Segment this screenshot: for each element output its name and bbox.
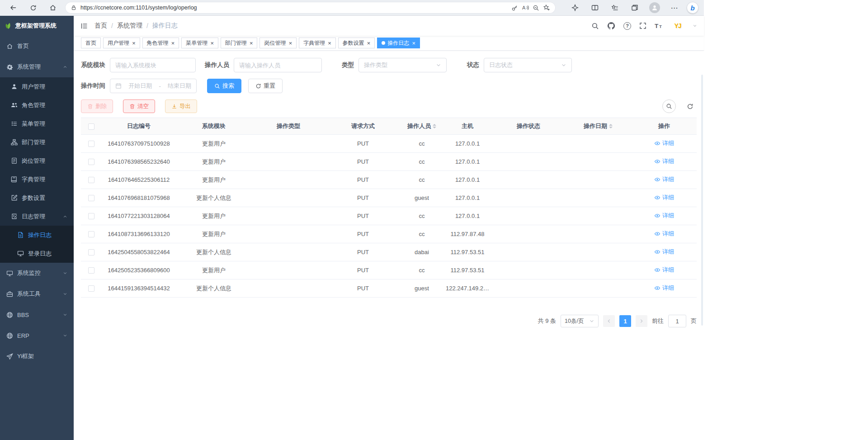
sort-icon[interactable] bbox=[609, 122, 613, 130]
breadcrumb-item-system[interactable]: 系统管理 bbox=[117, 22, 142, 30]
browser-refresh-button[interactable] bbox=[25, 1, 41, 14]
select-all-checkbox[interactable] bbox=[88, 123, 94, 130]
detail-link[interactable]: 详细 bbox=[654, 194, 674, 202]
tab-home[interactable]: 首页 bbox=[81, 38, 101, 48]
github-icon[interactable] bbox=[607, 22, 615, 30]
tab-close-icon[interactable]: × bbox=[210, 40, 214, 46]
password-key-icon[interactable] bbox=[511, 5, 518, 11]
tab-post-management[interactable]: 岗位管理× bbox=[259, 38, 297, 48]
module-input[interactable] bbox=[115, 62, 190, 69]
row-checkbox[interactable] bbox=[88, 213, 94, 219]
page-1-button[interactable]: 1 bbox=[619, 315, 631, 327]
detail-link[interactable]: 详细 bbox=[654, 248, 674, 256]
tab-menu-management[interactable]: 菜单管理× bbox=[181, 38, 218, 48]
row-checkbox[interactable] bbox=[88, 285, 94, 292]
column-header[interactable]: 操作日期 bbox=[565, 118, 632, 135]
reset-button[interactable]: 重置 bbox=[248, 79, 283, 93]
toggle-search-button[interactable] bbox=[662, 99, 676, 113]
detail-link[interactable]: 详细 bbox=[654, 230, 674, 238]
url-text[interactable]: https://ccnetcore.com:1101/system/log/op… bbox=[80, 5, 508, 11]
status-select[interactable]: 日志状态 bbox=[484, 58, 572, 72]
refresh-table-button[interactable] bbox=[683, 99, 697, 113]
delete-button[interactable]: 删除 bbox=[81, 99, 113, 113]
tab-operation-log[interactable]: 操作日志× bbox=[377, 38, 420, 48]
profile-avatar[interactable] bbox=[647, 1, 662, 14]
sidebar-item-param-settings[interactable]: 参数设置 bbox=[0, 189, 74, 207]
user-avatar-logo[interactable]: YJ bbox=[671, 19, 684, 33]
sidebar-item-home[interactable]: 首页 bbox=[0, 36, 74, 57]
tab-close-icon[interactable]: × bbox=[288, 40, 292, 46]
goto-page-input[interactable] bbox=[668, 315, 686, 327]
sidebar-item-erp[interactable]: ERP bbox=[0, 325, 74, 346]
page-size-select[interactable]: 10条/页 bbox=[561, 315, 599, 327]
tab-close-icon[interactable]: × bbox=[412, 40, 415, 46]
tab-close-icon[interactable]: × bbox=[171, 40, 175, 46]
sidebar-item-post-management[interactable]: 岗位管理 bbox=[0, 151, 74, 170]
type-select[interactable]: 操作类型 bbox=[359, 58, 447, 72]
row-checkbox[interactable] bbox=[88, 177, 94, 183]
fullscreen-icon[interactable] bbox=[639, 22, 646, 29]
tab-user-management[interactable]: 用户管理× bbox=[103, 38, 140, 48]
tab-close-icon[interactable]: × bbox=[328, 40, 331, 46]
sidebar-item-operation-log[interactable]: 操作日志 bbox=[0, 226, 74, 244]
sort-icon[interactable] bbox=[433, 122, 436, 130]
prev-page-button[interactable] bbox=[603, 315, 615, 327]
read-aloud-icon[interactable]: A bbox=[522, 4, 529, 11]
breadcrumb-item-home[interactable]: 首页 bbox=[94, 22, 107, 30]
sidebar-item-system-monitor[interactable]: 系统监控 bbox=[0, 263, 74, 284]
clear-button[interactable]: 清空 bbox=[123, 99, 155, 113]
row-checkbox[interactable] bbox=[88, 141, 94, 147]
browser-essentials-icon[interactable] bbox=[567, 1, 583, 14]
sidebar-item-system-tools[interactable]: 系统工具 bbox=[0, 284, 74, 304]
tab-close-icon[interactable]: × bbox=[367, 40, 371, 46]
page-scrollbar[interactable] bbox=[701, 75, 703, 326]
browser-menu-icon[interactable]: ⋯ bbox=[667, 1, 682, 14]
sidebar-item-system-management[interactable]: 系统管理 bbox=[0, 57, 74, 77]
sidebar-item-log-management[interactable]: 日志管理 bbox=[0, 207, 74, 226]
tab-close-icon[interactable]: × bbox=[250, 40, 253, 46]
row-checkbox[interactable] bbox=[88, 195, 94, 201]
sidebar-item-role-management[interactable]: 角色管理 bbox=[0, 96, 74, 114]
tab-close-icon[interactable]: × bbox=[132, 40, 136, 46]
browser-address-bar[interactable]: https://ccnetcore.com:1101/system/log/op… bbox=[65, 2, 556, 14]
sidebar-item-menu-management[interactable]: 菜单管理 bbox=[0, 114, 74, 133]
detail-link[interactable]: 详细 bbox=[654, 157, 674, 166]
column-header[interactable]: 操作人员 bbox=[401, 118, 443, 135]
sidebar-item-user-management[interactable]: 用户管理 bbox=[0, 77, 74, 96]
tab-role-management[interactable]: 角色管理× bbox=[142, 38, 179, 48]
copilot-icon[interactable]: b bbox=[687, 2, 698, 14]
split-screen-icon[interactable] bbox=[587, 1, 603, 14]
sidebar-item-bbs[interactable]: BBS bbox=[0, 304, 74, 325]
date-range-picker[interactable]: 开始日期 - 结束日期 bbox=[110, 79, 197, 93]
row-checkbox[interactable] bbox=[88, 249, 94, 255]
app-logo[interactable]: 意框架管理系统 bbox=[0, 16, 74, 36]
add-favorite-icon[interactable] bbox=[543, 4, 550, 11]
hamburger-icon[interactable] bbox=[80, 22, 88, 30]
favorites-icon[interactable] bbox=[607, 1, 623, 14]
detail-link[interactable]: 详细 bbox=[654, 266, 674, 274]
tab-param-settings[interactable]: 参数设置× bbox=[338, 38, 375, 48]
collections-icon[interactable] bbox=[627, 1, 642, 14]
search-button[interactable]: 搜索 bbox=[207, 79, 241, 93]
detail-link[interactable]: 详细 bbox=[654, 284, 674, 292]
operator-input[interactable] bbox=[239, 62, 316, 69]
next-page-button[interactable] bbox=[636, 315, 647, 327]
sidebar-item-dict-management[interactable]: 字典管理 bbox=[0, 170, 74, 189]
detail-link[interactable]: 详细 bbox=[654, 139, 674, 147]
row-checkbox[interactable] bbox=[88, 231, 94, 237]
help-icon[interactable]: ? bbox=[623, 22, 631, 30]
detail-link[interactable]: 详细 bbox=[654, 212, 674, 220]
header-search-icon[interactable] bbox=[591, 22, 599, 30]
sidebar-item-dept-management[interactable]: 部门管理 bbox=[0, 133, 74, 151]
sidebar-item-yi-framework[interactable]: Yi框架 bbox=[0, 346, 74, 367]
export-button[interactable]: 导出 bbox=[165, 99, 197, 113]
row-checkbox[interactable] bbox=[88, 159, 94, 165]
detail-link[interactable]: 详细 bbox=[654, 175, 674, 184]
browser-home-button[interactable] bbox=[45, 1, 61, 14]
tab-dept-management[interactable]: 部门管理× bbox=[221, 38, 258, 48]
zoom-out-icon[interactable] bbox=[533, 5, 539, 11]
tab-dict-management[interactable]: 字典管理× bbox=[299, 38, 336, 48]
browser-back-button[interactable] bbox=[5, 1, 21, 14]
row-checkbox[interactable] bbox=[88, 267, 94, 274]
font-size-icon[interactable]: TT bbox=[655, 22, 663, 30]
